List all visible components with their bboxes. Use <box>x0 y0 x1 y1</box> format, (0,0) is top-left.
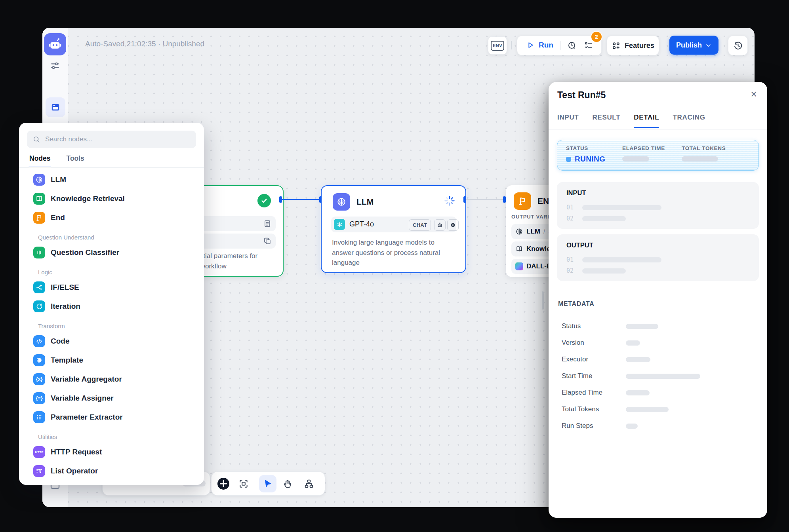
node-item-iteration[interactable]: Iteration <box>26 297 198 316</box>
test-run-panel: Test Run#5 × INPUTRESULTDETAILTRACING ST… <box>549 82 767 518</box>
play-icon <box>526 41 535 49</box>
node-item-label: IF/ELSE <box>51 283 79 292</box>
placeholder-row-02: 02 <box>566 213 749 224</box>
tab-tracing[interactable]: TRACING <box>673 114 705 128</box>
tab-nodes[interactable]: Nodes <box>29 154 50 168</box>
llm-model-row[interactable]: GPT-4o CHAT <box>331 217 456 232</box>
version-history-button[interactable] <box>728 36 748 55</box>
sidebar-item-preferences[interactable] <box>50 60 61 71</box>
node-item-label: Knowledge Retrieval <box>51 194 125 203</box>
search-icon <box>32 135 40 143</box>
metadata-row-status: Status <box>562 318 758 334</box>
template-icon <box>33 354 45 366</box>
var-x-icon: {x} <box>33 373 45 385</box>
publish-button[interactable]: Publish <box>669 36 718 55</box>
panel-drag-handle[interactable] <box>542 291 544 310</box>
node-item-if-else[interactable]: IF/ELSE <box>26 278 198 297</box>
node-item-template[interactable]: Template <box>26 351 198 370</box>
node-section-header-question-understand: Question Understand <box>26 227 198 243</box>
metadata-row-executor: Executor <box>562 351 758 368</box>
output-card-label: OUTPUT <box>566 241 593 249</box>
status-card: STATUS RUNING ELAPSED TIME TOTAL TOKENS <box>557 140 759 171</box>
sidebar-item-workflow[interactable] <box>46 97 65 117</box>
brain-icon <box>515 228 523 236</box>
clock-play-icon <box>567 41 577 50</box>
metadata-row-start-time: Start Time <box>562 368 758 384</box>
separator: / <box>543 228 545 235</box>
chevron-down-icon <box>705 42 712 49</box>
node-list: LLMKnowledge RetrievalEndQuestion Unders… <box>26 170 198 481</box>
frame-capture-button[interactable] <box>235 475 252 492</box>
node-item-variable-assigner[interactable]: {=}Variable Assigner <box>26 389 198 408</box>
metadata-label: Total Tokens <box>562 405 599 413</box>
metadata-label: Run Steps <box>562 422 593 430</box>
tab-tools[interactable]: Tools <box>66 154 84 168</box>
metadata-value-placeholder <box>626 340 640 346</box>
row-index: 01 <box>566 204 575 211</box>
node-section-header-logic: Logic <box>26 262 198 278</box>
tab-detail[interactable]: DETAIL <box>634 114 659 128</box>
node-item-http-request[interactable]: HTTPHTTP Request <box>26 443 198 462</box>
screenshot-root: Auto-Saved 21:02:35 · Unpublished ENV Ru… <box>0 0 789 532</box>
edge-port <box>503 196 506 203</box>
hand-tool-button[interactable] <box>279 475 296 492</box>
tab-input[interactable]: INPUT <box>557 114 579 128</box>
run-history-button[interactable] <box>567 41 577 50</box>
status-value: RUNING <box>575 155 605 163</box>
node-item-label: LLM <box>51 175 66 184</box>
node-section-header-transform: Transform <box>26 316 198 332</box>
chat-mode-badge: CHAT <box>409 219 431 231</box>
checklist-button[interactable] <box>584 41 593 50</box>
close-icon[interactable]: × <box>751 89 757 100</box>
node-item-knowledge-retrieval[interactable]: Knowledge Retrieval <box>26 189 198 208</box>
pointer-tool-button[interactable] <box>259 475 276 492</box>
node-item-label: Parameter Extractor <box>51 413 123 422</box>
history-icon <box>733 41 743 51</box>
topbar-divider <box>511 41 512 49</box>
node-item-llm[interactable]: LLM <box>26 170 198 189</box>
node-item-parameter-extractor[interactable]: Parameter Extractor <box>26 408 198 427</box>
input-rows: 0102 <box>566 202 749 224</box>
run-button[interactable]: Run <box>526 41 553 49</box>
node-item-list-operator[interactable]: List Operator <box>26 462 198 481</box>
elapsed-time-column: ELAPSED TIME <box>622 145 682 163</box>
row-index: 01 <box>566 256 575 263</box>
env-button[interactable]: ENV <box>488 36 507 55</box>
metadata-label: Version <box>562 339 584 347</box>
search-input[interactable] <box>44 135 191 144</box>
hand-icon <box>282 479 293 489</box>
cursor-icon <box>263 479 273 489</box>
dots-icon <box>33 411 45 423</box>
node-item-label: Variable Assigner <box>51 394 114 403</box>
node-item-label: Iteration <box>51 302 80 311</box>
features-button[interactable]: Features <box>607 36 659 55</box>
openai-icon <box>334 219 345 230</box>
flag-icon <box>33 212 45 224</box>
document-icon <box>263 219 272 228</box>
metadata-row-elapsed-time: Elapsed Time <box>562 384 758 401</box>
book-icon <box>33 193 45 205</box>
frame-capture-icon <box>238 479 249 489</box>
node-item-code[interactable]: Code <box>26 332 198 351</box>
node-item-end[interactable]: End <box>26 208 198 227</box>
node-item-question-classifier[interactable]: Question Classifier <box>26 243 198 262</box>
placeholder-row-01: 01 <box>566 254 749 265</box>
node-item-label: Template <box>51 356 83 365</box>
node-item-label: HTTP Request <box>51 448 102 456</box>
organize-button[interactable] <box>300 475 318 492</box>
llm-node[interactable]: LLM GPT-4o CHAT <box>321 185 466 273</box>
add-node-button[interactable] <box>215 475 232 492</box>
metadata-value-placeholder <box>626 374 700 379</box>
llm-node-title: LLM <box>356 197 374 207</box>
output-rows: 0102 <box>566 254 749 276</box>
app-logo[interactable] <box>44 33 66 55</box>
split-icon <box>33 281 45 293</box>
node-item-variable-aggregator[interactable]: {x}Variable Aggregator <box>26 370 198 389</box>
placeholder-row-01: 01 <box>566 202 749 213</box>
tab-result[interactable]: RESULT <box>592 114 620 128</box>
agent-badge[interactable] <box>434 219 446 231</box>
metadata-label: Executor <box>562 355 588 363</box>
node-item-label: End <box>51 213 65 222</box>
vision-badge[interactable] <box>447 219 459 231</box>
canvas-toolbar <box>211 471 325 496</box>
